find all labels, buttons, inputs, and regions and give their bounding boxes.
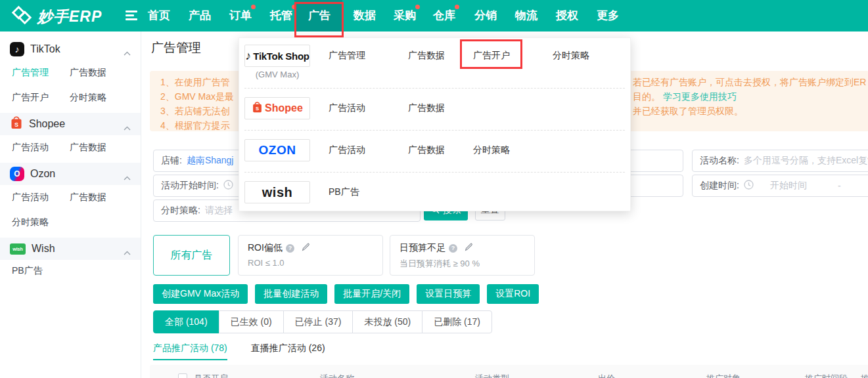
notice-line-2-right: 目的。 学习更多使用技巧: [633, 91, 737, 103]
menu-ad-data[interactable]: 广告数据: [408, 50, 445, 62]
chevron-up-icon[interactable]: [124, 47, 131, 58]
sidebar-section-tiktok[interactable]: ♪ TikTok: [0, 38, 141, 60]
notification-dot: [455, 5, 459, 9]
nav-item-purchasing[interactable]: 采购: [386, 0, 423, 32]
notification-dot: [292, 5, 296, 9]
batch-toggle-button[interactable]: 批量开启/关闭: [334, 284, 409, 304]
col-promo-period: 推广时间段: [805, 373, 848, 378]
create-gmv-max-button[interactable]: 创建GMV Max活动: [153, 284, 248, 304]
nav-item-warehouse[interactable]: 仓库: [426, 0, 463, 32]
nav-item-logistics[interactable]: 物流: [508, 0, 545, 32]
nav-item-authorization[interactable]: 授权: [549, 0, 585, 32]
nav-item-products[interactable]: 产品: [181, 0, 218, 32]
nav-item-hosting[interactable]: 托管: [263, 0, 300, 32]
page-title: 广告管理: [151, 39, 201, 56]
sidebar-section-ozon[interactable]: O Ozon: [0, 163, 141, 185]
sidebar-item-shopee-ad-data[interactable]: 广告数据: [70, 142, 106, 154]
menu-ad-account-opening[interactable]: 广告开户: [473, 50, 510, 62]
batch-create-button[interactable]: 批量创建活动: [255, 284, 327, 304]
select-all-checkbox[interactable]: [178, 373, 187, 378]
chevron-up-icon[interactable]: [124, 121, 131, 133]
menu-wish-pb-ads[interactable]: PB广告: [329, 186, 359, 198]
col-promo-method: 推广方式: [861, 373, 868, 378]
help-icon[interactable]: ?: [449, 244, 457, 253]
tab-active[interactable]: 已生效 (0): [219, 310, 284, 333]
time-strategy-placeholder: 请选择: [205, 205, 233, 217]
menu-ad-management[interactable]: 广告管理: [329, 50, 365, 62]
notice-line-2: 2、GMV Max是最: [160, 91, 248, 103]
ads-menu-dropdown: ♪ TikTok Shop (GMV Max) 广告管理 广告数据 广告开户 分…: [239, 37, 631, 211]
tab-deleted[interactable]: 已删除 (17): [422, 310, 492, 333]
sidebar-item-ad-data[interactable]: 广告数据: [70, 67, 106, 79]
shopee-bag-icon: S: [252, 101, 263, 116]
sidebar-item-time-strategy[interactable]: 分时策略: [70, 92, 106, 104]
menu-ozon-ad-data[interactable]: 广告数据: [408, 144, 445, 156]
tiktok-icon: ♪: [10, 42, 24, 56]
app-root: 妙手ERP 首页 产品 订单 托管 广告 数据 采购 仓库 分销 物流 授权 更…: [0, 0, 868, 378]
sidebar-item-wish-pb-ads[interactable]: PB广告: [12, 265, 43, 277]
sidebar: ♪ TikTok 广告管理 广告数据 广告开户 分时策略 S Shopee 广告…: [0, 32, 141, 378]
svg-text:S: S: [256, 106, 259, 112]
sidebar-section-wish[interactable]: wish Wish: [0, 238, 141, 260]
sidebar-item-ozon-campaigns[interactable]: 广告活动: [12, 192, 49, 203]
col-enabled: 是否开启: [194, 373, 228, 378]
clock-icon: [223, 180, 233, 192]
nav-item-home[interactable]: 首页: [141, 0, 177, 32]
svg-text:S: S: [14, 121, 18, 128]
menu-time-strategy[interactable]: 分时策略: [553, 50, 589, 62]
menu-shopee-ad-data[interactable]: 广告数据: [408, 102, 445, 114]
shop-filter-value: 越南Shangj: [187, 155, 234, 167]
sidebar-item-ozon-time-strategy[interactable]: 分时策略: [12, 217, 49, 228]
notification-dot: [251, 5, 256, 9]
tab-product-promotion[interactable]: 产品推广活动 (78): [153, 343, 227, 360]
clock-icon: [744, 180, 754, 192]
logo-text: 妙手ERP: [37, 7, 102, 27]
tab-live-promotion[interactable]: 直播推广活动 (26): [251, 343, 325, 360]
shopee-icon: S: [10, 116, 23, 133]
tab-not-delivering[interactable]: 未投放 (50): [352, 310, 423, 333]
menu-ozon-campaigns[interactable]: 广告活动: [329, 144, 365, 156]
ozon-logo: OZON: [244, 139, 310, 161]
nav-item-ads[interactable]: 广告: [301, 0, 338, 32]
app-logo: 妙手ERP: [11, 5, 102, 28]
campaign-name-field[interactable]: 活动名称: 多个用逗号分隔，支持Excel复制: [692, 150, 868, 172]
learn-more-link[interactable]: 学习更多使用技巧: [663, 91, 737, 102]
notice-line-3-right: 并已经获取了管理员权限。: [633, 106, 743, 117]
col-promo-target: 推广对象: [706, 373, 741, 378]
tiktok-shop-logo: ♪ TikTok Shop: [244, 45, 310, 67]
create-time-field[interactable]: 创建时间: 开始时间 -: [692, 175, 868, 197]
chevron-up-icon[interactable]: [124, 246, 131, 258]
tab-all[interactable]: 全部 (104): [153, 310, 219, 333]
sidebar-item-ad-management[interactable]: 广告管理: [12, 67, 49, 79]
campaign-name-placeholder: 多个用逗号分隔，支持Excel复制: [744, 155, 868, 167]
roi-low-card[interactable]: ROI偏低 ? ROI ≤ 1.0: [238, 235, 383, 276]
edit-pencil-icon[interactable]: [302, 243, 310, 253]
status-tabs: 全部 (104) 已生效 (0) 已停止 (37) 未投放 (50) 已删除 (…: [153, 310, 492, 333]
col-bid: 出价: [598, 373, 615, 378]
chevron-up-icon[interactable]: [124, 171, 131, 183]
tab-stopped[interactable]: 已停止 (37): [283, 310, 354, 333]
menu-collapse-icon[interactable]: [126, 10, 137, 22]
help-icon[interactable]: ?: [286, 244, 294, 253]
nav-item-more[interactable]: 更多: [589, 0, 626, 32]
menu-shopee-campaigns[interactable]: 广告活动: [329, 102, 365, 114]
logo-icon: [11, 5, 33, 28]
nav-item-distribution[interactable]: 分销: [467, 0, 504, 32]
sidebar-item-shopee-campaigns[interactable]: 广告活动: [12, 142, 49, 154]
notice-line-3: 3、若店铺无法创: [160, 106, 248, 117]
menu-ozon-time-strategy[interactable]: 分时策略: [473, 144, 510, 156]
sidebar-item-ad-account-opening[interactable]: 广告开户: [12, 92, 49, 104]
budget-insufficient-card[interactable]: 日预算不足 ? 当日预算消耗 ≥ 90 %: [390, 235, 535, 276]
all-ads-card[interactable]: 所有广告: [153, 235, 230, 276]
col-campaign-name: 活动名称: [320, 373, 354, 378]
sidebar-section-shopee[interactable]: S Shopee: [0, 113, 141, 135]
set-daily-budget-button[interactable]: 设置日预算: [417, 284, 480, 304]
table-header: 是否开启 活动名称 活动类型 出价 推广对象 推广时间段 推广方式 状态 操作: [150, 365, 868, 378]
set-roi-button[interactable]: 设置ROI: [487, 284, 539, 304]
nav-item-orders[interactable]: 订单: [222, 0, 259, 32]
roi-low-rule: ROI ≤ 1.0: [248, 258, 285, 268]
sidebar-item-ozon-ad-data[interactable]: 广告数据: [70, 192, 106, 203]
edit-pencil-icon[interactable]: [465, 243, 473, 253]
nav-item-data[interactable]: 数据: [346, 0, 383, 32]
notice-line-1: 1、在使用广告管: [160, 77, 248, 89]
